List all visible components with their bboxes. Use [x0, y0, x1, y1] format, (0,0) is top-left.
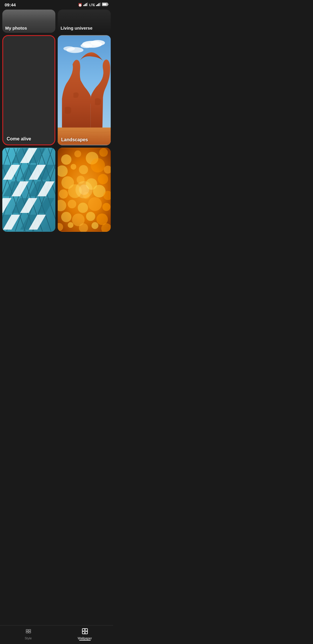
status-bar: 09:44 ⏰ LTE: [0, 0, 113, 8]
svg-point-82: [68, 222, 74, 228]
svg-point-77: [61, 212, 72, 222]
svg-point-87: [79, 184, 89, 195]
signal-icon: [83, 3, 88, 7]
svg-point-75: [88, 197, 102, 211]
svg-rect-2: [86, 3, 87, 6]
svg-point-79: [86, 212, 95, 221]
svg-rect-0: [83, 5, 84, 6]
svg-point-84: [92, 222, 99, 229]
middle-row: Come alive: [2, 35, 111, 145]
svg-point-13: [91, 40, 105, 46]
top-row: My photos Living universe: [2, 10, 111, 33]
signal-icon-2: [96, 3, 101, 7]
architecture-pattern: [2, 148, 55, 232]
svg-point-54: [61, 154, 72, 165]
battery-icon: [102, 3, 108, 7]
svg-point-57: [99, 148, 108, 157]
svg-point-16: [63, 46, 75, 51]
svg-rect-1: [85, 4, 85, 6]
bottom-row: [2, 148, 111, 232]
svg-point-61: [91, 158, 105, 172]
network-type: LTE: [89, 3, 95, 7]
svg-rect-10: [103, 3, 107, 6]
svg-rect-6: [99, 3, 99, 6]
bokeh-pattern: [58, 148, 111, 232]
svg-point-67: [59, 189, 68, 199]
category-card-come-alive[interactable]: Come alive: [2, 35, 55, 145]
category-card-living-universe[interactable]: Living universe: [58, 10, 111, 33]
my-photos-label: My photos: [5, 26, 27, 30]
category-card-architecture[interactable]: [2, 148, 55, 232]
come-alive-label: Come alive: [7, 136, 31, 142]
category-card-landscapes[interactable]: Landscapes: [58, 35, 111, 145]
svg-point-74: [78, 203, 88, 213]
svg-point-66: [98, 174, 108, 184]
svg-rect-5: [97, 4, 98, 6]
svg-rect-9: [108, 4, 108, 5]
svg-point-59: [71, 164, 77, 170]
main-content: My photos Living universe Come alive: [0, 8, 113, 255]
svg-point-55: [74, 150, 81, 157]
landscapes-label: Landscapes: [61, 137, 88, 142]
living-universe-label: Living universe: [61, 26, 92, 30]
category-card-my-photos[interactable]: My photos: [2, 10, 55, 33]
category-card-bokeh[interactable]: [58, 148, 111, 232]
svg-point-60: [79, 165, 88, 174]
status-icons: ⏰ LTE: [78, 3, 108, 7]
alarm-icon: ⏰: [78, 3, 82, 7]
svg-rect-7: [100, 3, 101, 6]
svg-point-80: [97, 214, 108, 225]
landscapes-image: [58, 35, 111, 145]
svg-rect-4: [96, 5, 97, 6]
svg-point-76: [102, 203, 110, 211]
svg-rect-3: [87, 3, 88, 6]
status-time: 09:44: [5, 2, 16, 7]
svg-point-14: [81, 44, 92, 48]
svg-point-73: [68, 200, 77, 209]
